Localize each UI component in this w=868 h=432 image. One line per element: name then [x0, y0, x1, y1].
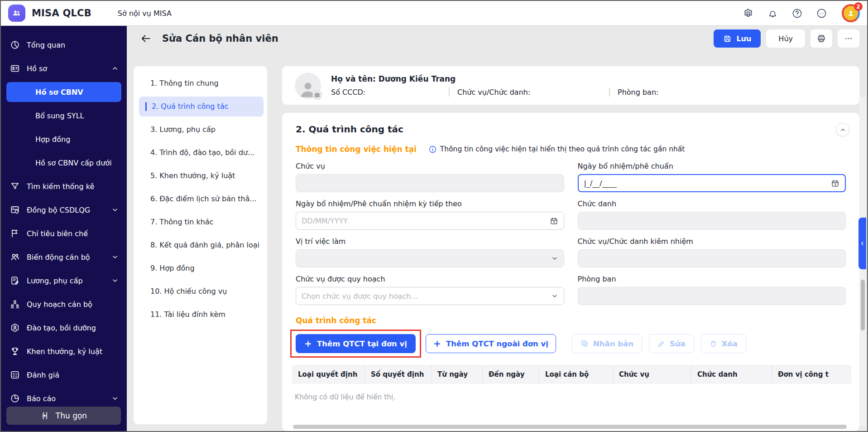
- collapse-panel-icon: [40, 411, 50, 421]
- report-icon: [10, 393, 20, 403]
- sidebar-item-khen-thuong-ky-luat[interactable]: Khen thưởng, kỷ luật: [1, 340, 127, 363]
- print-button[interactable]: [810, 29, 832, 48]
- cancel-button[interactable]: Hủy: [766, 29, 805, 48]
- sidebar-item-tim-kiem-thong-ke[interactable]: Tìm kiếm thống kê: [1, 175, 127, 198]
- field-label-ngay-bo-nhiem: Ngày bổ nhiệm/phê chuẩn: [578, 162, 846, 170]
- step-trinh-do-dao-tao[interactable]: 4. Trình độ, đào tạo, bồi dư...: [134, 141, 267, 164]
- horizontal-scrollbar[interactable]: [293, 425, 847, 429]
- page-title: Sửa Cán bộ nhân viên: [162, 33, 278, 44]
- app-logo[interactable]: [8, 5, 25, 22]
- org-name: Sở nội vụ MISA: [118, 9, 172, 18]
- chevron-down-icon: [551, 292, 558, 300]
- sidebar-item-bo-sung-syll[interactable]: Bổ sung SYLL: [1, 104, 127, 127]
- current-job-note: Thông tin công việc hiện tại hiển thị th…: [440, 145, 685, 153]
- active-step-bar: [145, 102, 147, 111]
- page-header: Sửa Cán bộ nhân viên Lưu Hủy: [127, 26, 867, 51]
- add-qtct-external-button[interactable]: Thêm QTCT ngoài đơn vị: [426, 334, 556, 353]
- more-options-icon[interactable]: [815, 7, 827, 19]
- step-hop-dong[interactable]: 9. Hợp đồng: [134, 257, 267, 280]
- id-card-icon: [10, 63, 20, 73]
- chuc-vu-quy-hoach-select[interactable]: Chọn chức vụ được quy hoạch...: [296, 287, 564, 305]
- duplicate-button: Nhân bản: [572, 334, 642, 353]
- sidebar-collapse-button[interactable]: Thu gọn: [6, 407, 121, 425]
- step-thong-tin-chung[interactable]: 1. Thông tin chung: [134, 72, 267, 95]
- column-header: Chức danh: [691, 365, 772, 384]
- help-icon[interactable]: [791, 7, 803, 19]
- save-button[interactable]: Lưu: [714, 29, 761, 48]
- sidebar-item-chi-tieu-bien-che[interactable]: Chỉ tiêu biên chế: [1, 222, 127, 245]
- copy-icon: [580, 340, 589, 348]
- sidebar-item-ho-so[interactable]: Hồ sơ: [1, 57, 127, 80]
- step-ho-chieu-cong-vu[interactable]: 10. Hộ chiếu công vụ: [134, 280, 267, 303]
- delete-button: Xóa: [701, 334, 746, 353]
- calendar-icon[interactable]: [550, 217, 558, 225]
- annotation-highlight: Thêm QTCT tại đơn vị: [290, 330, 421, 358]
- column-header: Đơn vị công t: [772, 365, 851, 384]
- step-luong-phu-cap[interactable]: 3. Lương, phụ cấp: [134, 118, 267, 141]
- sidebar-item-ho-so-cbnv[interactable]: Hồ sơ CBNV: [1, 80, 127, 104]
- ngay-tiep-theo-input[interactable]: [302, 217, 550, 225]
- app-window: MISA QLCB Sở nội vụ MISA 2: [0, 0, 868, 432]
- trophy-icon: [10, 346, 20, 356]
- expand-right-panel-button[interactable]: [858, 218, 866, 269]
- steps-panel: 1. Thông tin chung 2. Quá trình công tác…: [134, 66, 267, 424]
- sidebar-item-luong-phu-cap[interactable]: Lương, phụ cấp: [1, 269, 127, 292]
- step-thong-tin-khac[interactable]: 7. Thông tin khác: [134, 210, 267, 233]
- column-header: Loại cán bộ: [539, 365, 613, 384]
- more-actions-button[interactable]: [838, 29, 859, 48]
- add-qtct-internal-button[interactable]: Thêm QTCT tại đơn vị: [296, 334, 416, 353]
- chevron-down-icon: [551, 255, 558, 262]
- info-icon: [428, 145, 437, 154]
- employee-cccd: Số CCCD:: [331, 88, 449, 97]
- printer-icon: [816, 34, 826, 44]
- sidebar-item-quy-hoach-can-bo[interactable]: Quy hoạch cán bộ: [1, 292, 127, 316]
- column-header: Chức vụ: [613, 365, 691, 384]
- step-ket-qua-danh-gia[interactable]: 8. Kết quả đánh giá, phân loại: [134, 233, 267, 257]
- edit-button: Sửa: [649, 334, 694, 353]
- sidebar-item-tong-quan[interactable]: Tổng quan: [1, 33, 127, 57]
- field-label-phong-ban: Phòng ban: [578, 275, 846, 283]
- section-title: 2. Quá trình công tác: [296, 124, 846, 135]
- ngay-tiep-theo-input-wrap: [296, 212, 564, 230]
- sidebar-item-dao-tao-boi-duong[interactable]: Đào tạo, bồi dưỡng: [1, 316, 127, 340]
- sidebar-item-danh-gia[interactable]: Đánh giá: [1, 363, 127, 387]
- vi-tri-viec-lam-select[interactable]: [296, 249, 564, 267]
- notifications-bell-icon[interactable]: [767, 7, 778, 19]
- vertical-scrollbar[interactable]: [861, 280, 865, 330]
- column-header: Loại quyết định: [292, 365, 365, 384]
- step-tai-lieu-dinh-kem[interactable]: 11. Tài liệu đính kèm: [134, 303, 267, 326]
- employee-position: Chức vụ/Chức danh:: [450, 88, 609, 97]
- sidebar-item-ho-so-cbnv-cap-duoi[interactable]: Hồ sơ CBNV cấp dưới: [1, 151, 127, 175]
- funnel-icon: [10, 181, 20, 191]
- collapse-section-button[interactable]: [836, 123, 849, 136]
- user-avatar[interactable]: 2: [842, 4, 860, 22]
- sidebar-item-dong-bo-csdlqg[interactable]: Đồng bộ CSDLQG: [1, 198, 127, 222]
- settings-gear-icon[interactable]: [742, 7, 754, 19]
- step-qua-trinh-cong-tac[interactable]: 2. Quá trình công tác: [134, 95, 267, 118]
- sidebar-item-hop-dong[interactable]: Hợp đồng: [1, 127, 127, 151]
- empty-state-text: Không có dữ liệu để hiển thị.: [292, 384, 851, 401]
- plus-icon: [433, 340, 441, 348]
- step-dac-diem-lich-su[interactable]: 6. Đặc điểm lịch sử bản thâ...: [134, 187, 267, 210]
- field-label-chuc-vu: Chức vụ: [296, 162, 564, 170]
- pie-chart-icon: [10, 40, 20, 50]
- field-label-chuc-danh: Chức danh: [578, 199, 846, 208]
- calendar-icon[interactable]: [831, 179, 839, 188]
- change-photo-button[interactable]: [312, 90, 322, 100]
- trash-icon: [710, 340, 717, 348]
- back-arrow-icon[interactable]: [139, 32, 152, 45]
- work-history-section-card: 2. Quá trình công tác Thông tin công việ…: [282, 113, 859, 431]
- pencil-icon: [657, 340, 665, 348]
- chevron-down-icon: [111, 206, 119, 214]
- column-header: Từ ngày: [432, 365, 483, 384]
- ngay-bo-nhiem-input[interactable]: [584, 179, 831, 188]
- field-label-quy-hoach: Chức vụ được quy hoạch: [296, 275, 564, 283]
- chevron-down-icon: [111, 253, 119, 261]
- camera-icon: [314, 92, 320, 98]
- chevron-left-icon: [860, 240, 865, 247]
- step-khen-thuong-ky-luat[interactable]: 5. Khen thưởng, kỷ luật: [134, 164, 267, 187]
- sidebar-item-bien-dong-can-bo[interactable]: Biến động cán bộ: [1, 245, 127, 269]
- field-label-ngay-tiep-theo: Ngày bổ nhiệm/Phê chuẩn nhiệm kỳ tiếp th…: [296, 199, 564, 208]
- checklist-icon: [10, 370, 20, 380]
- document-pen-icon: [10, 276, 20, 286]
